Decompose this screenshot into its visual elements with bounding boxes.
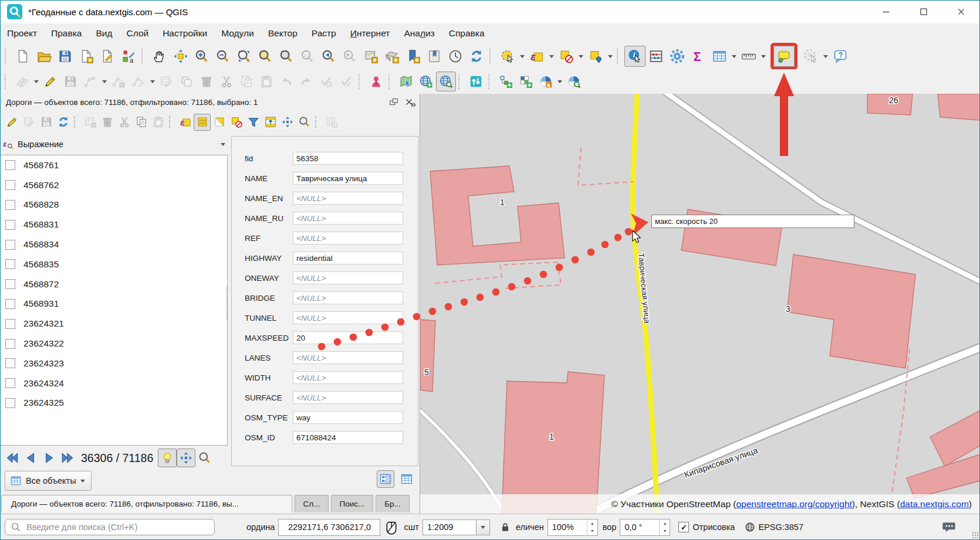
feature-list-item[interactable]: 4568835: [1, 254, 227, 274]
osm-copyright-link[interactable]: openstreetmap.org/copyright: [736, 499, 852, 510]
select-by-value-button[interactable]: [585, 46, 606, 67]
menu-модули[interactable]: Модули: [214, 23, 261, 43]
expression-dropdown-icon[interactable]: [221, 143, 225, 148]
scale-value[interactable]: 1:2009: [423, 519, 477, 535]
feature-list-item[interactable]: 4568828: [1, 195, 227, 215]
magnifier-spinbox[interactable]: 100% ▲▼: [548, 519, 598, 536]
feature-checkbox[interactable]: [5, 299, 15, 309]
open-attribute-table-dropdown[interactable]: [730, 47, 738, 65]
zoom-out-button[interactable]: [212, 46, 234, 67]
nextgis-link[interactable]: data.nextgis.com: [900, 499, 969, 510]
feature-checkbox[interactable]: [5, 220, 15, 230]
menu-вид[interactable]: Вид: [89, 23, 119, 43]
menu-растр[interactable]: Растр: [305, 23, 343, 43]
feature-list-item[interactable]: 4568872: [1, 274, 227, 294]
feature-checkbox[interactable]: [5, 319, 15, 329]
measure-line-dropdown[interactable]: [759, 47, 768, 65]
datasource-select-dropdown[interactable]: [556, 73, 564, 90]
render-checkbox[interactable]: ✓: [678, 522, 689, 532]
field-value-input[interactable]: 56358: [293, 152, 403, 165]
feature-list-item[interactable]: 4568831: [1, 215, 227, 235]
filter-features-button[interactable]: [245, 114, 262, 131]
field-value-input[interactable]: residential: [293, 252, 403, 264]
map-tips-button[interactable]: [773, 46, 795, 67]
menu-слой[interactable]: Слой: [119, 23, 156, 43]
zoom-full-button[interactable]: [234, 46, 255, 67]
float-panel-icon[interactable]: [388, 96, 400, 108]
nextgis-connect-button[interactable]: [366, 72, 386, 91]
feature-filter-button[interactable]: Все объекты: [5, 471, 92, 491]
pan-to-selection-plain-button[interactable]: [279, 114, 296, 131]
menu-анализ[interactable]: Анализ: [397, 23, 441, 43]
identify-features-button[interactable]: i: [624, 46, 646, 67]
feature-checkbox[interactable]: [5, 339, 15, 349]
form-view-button[interactable]: [377, 470, 394, 488]
dock-tab[interactable]: Поис...: [331, 495, 373, 512]
map-canvas[interactable]: 26 1 3 5 1 Таврическая улица Кипарисовая…: [420, 94, 980, 514]
tab-attribute-table[interactable]: Дороги — объектов всего: 71186, отфильтр…: [1, 495, 292, 512]
feature-checkbox[interactable]: [5, 378, 15, 388]
toggle-editing-button[interactable]: [40, 72, 60, 91]
select-all-button[interactable]: [194, 114, 211, 131]
scale-combo[interactable]: 1:2009: [423, 519, 490, 535]
quickmap-services-button[interactable]: [396, 72, 416, 91]
field-value-input[interactable]: <NULL>: [293, 232, 403, 244]
style-manager-button[interactable]: a: [118, 46, 139, 67]
feature-checkbox[interactable]: [5, 160, 15, 170]
new-map-view-button[interactable]: [360, 46, 381, 67]
crs-value[interactable]: EPSG:3857: [758, 522, 803, 532]
first-feature-button[interactable]: [2, 449, 21, 467]
toolbar-overflow-button[interactable]: »: [411, 99, 416, 110]
menu-проект[interactable]: Проект: [0, 23, 44, 43]
feature-checkbox[interactable]: [5, 279, 15, 289]
mouse-position-icon[interactable]: [384, 519, 399, 535]
table-view-button[interactable]: [398, 470, 415, 488]
feature-list-item[interactable]: 4568931: [1, 294, 227, 314]
select-by-expression-button[interactable]: ε: [177, 114, 194, 131]
field-value-input[interactable]: 20: [293, 331, 403, 344]
add-raster-layer-button[interactable]: [516, 72, 536, 91]
menu-вектор[interactable]: Вектор: [261, 23, 305, 43]
highlight-feature-button[interactable]: [158, 449, 177, 467]
magnifier-value[interactable]: 100%: [548, 519, 587, 535]
feature-list-item[interactable]: 4568762: [1, 175, 227, 195]
processing-toolbox-button[interactable]: [667, 46, 688, 67]
select-features-button[interactable]: [497, 46, 518, 67]
digitize-feature-dropdown[interactable]: [100, 73, 109, 90]
rotation-spinbox[interactable]: 0,0 ° ▲▼: [620, 519, 670, 536]
resize-grip[interactable]: [972, 532, 979, 539]
invert-selection-button[interactable]: [211, 114, 228, 131]
field-value-input[interactable]: <NULL>: [293, 271, 403, 284]
menu-интернет[interactable]: Интернет: [343, 23, 397, 43]
pan-to-selection-button[interactable]: [170, 46, 191, 67]
feature-checkbox[interactable]: [5, 180, 15, 190]
refresh-map-button[interactable]: [466, 46, 487, 67]
expression-bar[interactable]: ε Выражение: [2, 136, 229, 152]
locator-search[interactable]: [5, 519, 215, 535]
menu-справка[interactable]: Справка: [442, 23, 492, 43]
vertex-tool-dropdown[interactable]: [148, 73, 157, 90]
field-value-input[interactable]: <NULL>: [293, 371, 403, 384]
close-button[interactable]: [942, 0, 980, 23]
spin-up-icon[interactable]: ▲: [660, 519, 670, 528]
add-nextgis-layer-button[interactable]: [416, 72, 436, 91]
zoom-to-selection-button[interactable]: [255, 46, 276, 67]
log-messages-icon[interactable]: [941, 519, 957, 535]
feature-checkbox[interactable]: [5, 398, 15, 408]
datasource-search-button[interactable]: [564, 72, 584, 91]
last-feature-button[interactable]: [59, 449, 77, 467]
save-project-button[interactable]: [55, 46, 76, 67]
coordinate-display[interactable]: 2292171,6 7306217,0: [278, 519, 380, 536]
menu-правка[interactable]: Правка: [44, 23, 89, 43]
field-value-input[interactable]: way: [293, 411, 403, 424]
feature-list-item[interactable]: 4568761: [1, 155, 227, 175]
zoom-to-selection-plain-button[interactable]: [296, 114, 313, 131]
maximize-button[interactable]: [905, 0, 942, 23]
statistical-summary-button[interactable]: Σ: [688, 46, 709, 67]
field-value-input[interactable]: 671088424: [293, 431, 403, 444]
select-by-expression-button[interactable]: ε: [526, 46, 548, 67]
new-bookmark-button[interactable]: [403, 46, 424, 67]
field-calculator-button[interactable]: [646, 46, 667, 67]
feature-list-item[interactable]: 23624325: [1, 393, 227, 413]
measure-line-button[interactable]: [738, 46, 759, 67]
